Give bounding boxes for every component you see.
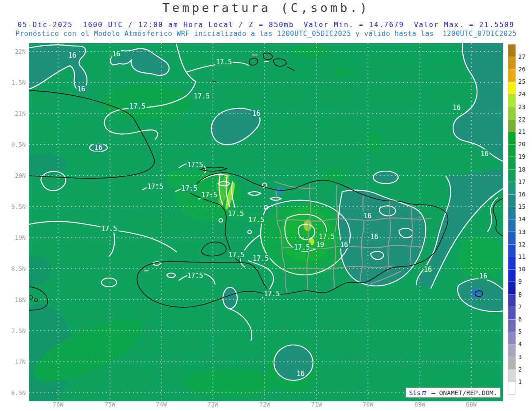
colorbar-value-label: 10: [518, 266, 525, 273]
lat-tick-label: 22N: [15, 48, 26, 55]
colorbar-segment: [508, 194, 516, 207]
colorbar-segment: [508, 307, 516, 319]
colorbar-value-label: 15: [518, 203, 525, 210]
contour-value-label: 16: [340, 241, 348, 249]
contour-value-label: 16: [252, 110, 260, 117]
lat-tick-label: 21N: [15, 110, 26, 117]
colorbar-segment: [508, 332, 516, 344]
contour-value-label: 16: [68, 51, 76, 59]
lat-tick-label: 7.5N: [11, 327, 26, 334]
lon-tick-label: 71W: [311, 401, 322, 408]
contour-value-label: 16: [364, 212, 372, 220]
colorbar-segment: [508, 319, 516, 332]
lat-tick-label: 9.5N: [11, 203, 26, 210]
colorbar-value-label: 1: [518, 378, 522, 385]
contour-value-label: 17.5: [181, 184, 197, 192]
lon-tick-label: 74W: [156, 401, 167, 408]
colorbar-value-label: 26: [518, 66, 525, 73]
colorbar-value-label: 2: [518, 366, 522, 373]
colorbar-segment: [508, 344, 516, 357]
contour-value-label: 16: [370, 233, 378, 241]
contour-value-label: 17.5: [201, 191, 217, 199]
colorbar-value-label: 4: [518, 341, 522, 348]
colorbar-segment: [508, 219, 516, 232]
colorbar-value-label: 11: [518, 253, 525, 260]
colorbar-value-label: 3: [518, 353, 522, 360]
contour-value-label: 16: [453, 104, 461, 112]
contour-value-label: 16: [481, 150, 489, 158]
colorbar-segment: [508, 157, 516, 169]
colorbar-segment: [508, 82, 516, 94]
lat-tick-label: 19N: [15, 234, 26, 241]
map-shape: [290, 46, 330, 58]
colorbar-value-label: 12: [518, 241, 525, 248]
colorbar-segment: [508, 244, 516, 257]
colorbar-value-label: 16: [518, 191, 525, 198]
colorbar-segment: [508, 357, 516, 369]
colorbar-value-label: 9: [518, 278, 522, 285]
colorbar-value-label: 6: [518, 316, 522, 323]
colorbar-segment: [508, 57, 516, 69]
lon-tick-label: 76W: [53, 401, 64, 408]
weather-map-canvas: 161617.51617.517.51616161617.517.517.517…: [0, 0, 532, 411]
contour-value-label: 17.5: [264, 290, 280, 298]
pi-icon: π: [422, 389, 426, 396]
colorbar-value-label: 21: [518, 128, 525, 135]
lon-tick-label: 68W: [466, 401, 477, 408]
contour-value-label: 17.5: [253, 254, 269, 262]
contour-value-label: 17.5: [319, 233, 335, 241]
colorbar-segment: [508, 132, 516, 144]
contour-value-label: 19: [316, 241, 324, 249]
contour-value-label: 16: [424, 266, 432, 274]
watermark-brand: Sis: [409, 389, 421, 396]
watermark-badge: Sisπ – ONAMET/REP.DOM.: [406, 388, 501, 398]
colorbar-value-label: 19: [518, 153, 525, 160]
colorbar-segment: [508, 294, 516, 307]
colorbar-value-label: 17: [518, 178, 525, 185]
lon-tick-label: 73W: [207, 401, 219, 408]
contour-value-label: 17.5: [187, 161, 203, 169]
colorbar-value-label: 25: [518, 78, 525, 85]
contour-value-label: 16: [297, 370, 305, 378]
colorbar-segment: [508, 207, 516, 219]
lat-tick-label: 8.5N: [11, 265, 26, 272]
colorbar-value-label: 18: [518, 166, 525, 173]
colorbar-value-label: 5: [518, 328, 522, 335]
contour-value-label: 17.5: [294, 243, 310, 251]
colorbar-segment: [508, 44, 516, 57]
colorbar-value-label: 22: [518, 116, 525, 123]
lat-tick-label: 0.5N: [11, 141, 26, 148]
colorbar-segment: [508, 94, 516, 107]
contour-value-label: 17.5: [187, 272, 203, 280]
colorbar-segment: [508, 270, 516, 282]
map-shape: [182, 369, 279, 395]
contour-value-label: 16: [77, 85, 85, 93]
contour-value-label: 17.5: [147, 183, 163, 191]
colorbar-segment: [508, 282, 516, 294]
colorbar-value-label: 13: [518, 228, 525, 235]
contour-value-label: 17.5: [248, 216, 264, 224]
map-shape: [102, 85, 191, 121]
colorbar-segment: [508, 232, 516, 244]
contour-value-label: 16: [479, 272, 487, 280]
colorbar-segment: [508, 107, 516, 119]
lon-tick-label: 75W: [105, 401, 116, 408]
colorbar-segment: [508, 182, 516, 194]
contour-value-label: 17.5: [228, 210, 244, 218]
lon-tick-label: 70W: [363, 401, 374, 408]
map-shape: [368, 131, 382, 153]
lat-tick-label: 1.5N: [11, 79, 26, 86]
watermark-text: – ONAMET/REP.DOM.: [427, 389, 497, 396]
lat-tick-label: 17N: [15, 358, 26, 365]
contour-value-label: 17.5: [228, 251, 244, 259]
lat-tick-label: 6.5N: [11, 389, 26, 396]
colorbar-value-label: 8: [518, 291, 522, 298]
colorbar-segment: [508, 382, 516, 394]
colorbar-value-label: 23: [518, 103, 525, 110]
lon-tick-label: 72W: [259, 401, 270, 408]
colorbar-segment: [508, 119, 516, 132]
colorbar-value-label: 27: [518, 53, 525, 60]
colorbar-segment: [508, 69, 516, 82]
contour-value-label: 17.5: [216, 58, 232, 66]
colorbar-segment: [508, 369, 516, 382]
